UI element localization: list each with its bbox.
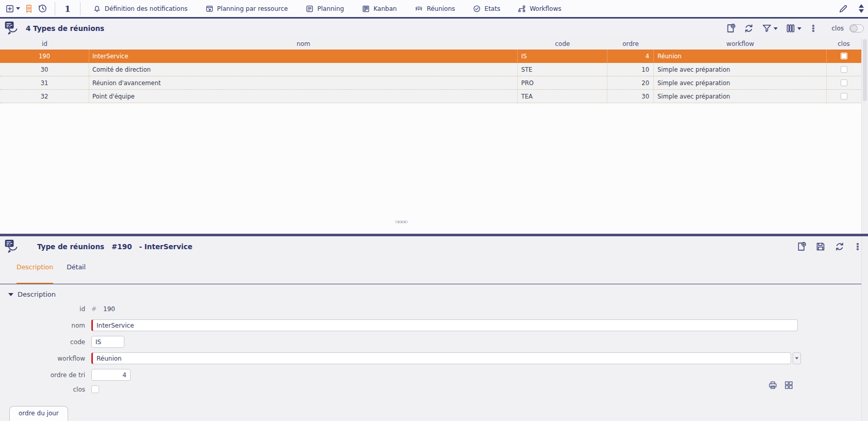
column-header-ordre[interactable]: ordre [607, 40, 654, 47]
save-button[interactable] [814, 240, 827, 253]
layout-grid-button[interactable] [783, 379, 795, 391]
column-header-workflow[interactable]: workflow [654, 40, 827, 47]
clos-checkbox[interactable] [91, 385, 99, 393]
table-row[interactable]: 30 Comité de direction STE 10 Simple ave… [0, 63, 868, 76]
toolbar-separator [55, 2, 55, 15]
nav-tab-label: Workflows [529, 5, 561, 12]
bookmark-button[interactable] [22, 3, 36, 15]
cell-clos [827, 76, 861, 89]
kanban-board-icon [362, 5, 370, 13]
printer-icon [768, 380, 778, 390]
detail-scrollbar[interactable] [861, 236, 868, 421]
row-clos-checkbox[interactable] [841, 66, 847, 73]
clos-filter-label: clos [831, 25, 844, 32]
table-row[interactable]: 32 Point d'équipe TEA 30 Simple avec pré… [0, 90, 868, 103]
add-record-icon [726, 23, 736, 34]
column-header-clos[interactable]: clos [827, 40, 861, 47]
list-tools: clos [725, 22, 864, 35]
add-record-icon [796, 241, 807, 252]
meeting-table-icon [414, 5, 423, 13]
field-row-workflow: workflow [0, 352, 868, 364]
cell-clos [827, 90, 861, 103]
ordre-de-tri-input[interactable] [91, 369, 131, 381]
cell-clos [827, 50, 861, 62]
cell-nom: Point d'équipe [89, 90, 518, 103]
history-button[interactable] [36, 2, 50, 15]
chevron-down-icon [774, 27, 778, 30]
detail-title-text: Type de réunions [37, 242, 104, 251]
history-clock-icon [38, 4, 47, 13]
cell-id: 32 [0, 90, 89, 103]
field-row-clos: clos [0, 385, 868, 393]
toolbar-right [836, 2, 865, 15]
top-toolbar: 1 Définition des notifications Planning … [0, 0, 868, 19]
record-name: - InterService [139, 242, 192, 251]
nav-tab-planning-ressource[interactable]: Planning par ressource [205, 5, 288, 13]
nav-tab-label: Réunions [427, 5, 455, 12]
cell-id: 31 [0, 76, 89, 89]
scrollbar-thumb[interactable] [863, 39, 867, 101]
bell-icon [93, 5, 101, 13]
field-row-nom: nom [0, 319, 868, 331]
nav-tab-reunions[interactable]: Réunions [414, 5, 455, 13]
toggle-knob [850, 25, 858, 32]
cell-ordre: 20 [607, 76, 654, 89]
workflow-input[interactable] [91, 352, 791, 364]
cell-workflow: Simple avec préparation [654, 90, 827, 103]
page-number: 1 [60, 4, 75, 14]
column-header-id[interactable]: id [0, 40, 89, 47]
page-scroll-arrows[interactable] [859, 4, 864, 13]
add-record-button[interactable] [725, 22, 737, 35]
more-menu-button[interactable] [808, 23, 818, 34]
print-button[interactable] [767, 379, 779, 391]
detail-tabs: Description Détail [0, 257, 868, 284]
chevron-down-icon [797, 27, 801, 30]
columns-button[interactable] [784, 22, 802, 35]
detail-tools [795, 240, 864, 253]
row-clos-checkbox[interactable] [841, 93, 847, 100]
plus-square-icon [5, 4, 14, 13]
clos-label: clos [0, 386, 85, 393]
column-header-nom[interactable]: nom [89, 40, 518, 47]
list-scrollbar[interactable] [861, 38, 868, 234]
arrow-up-icon [859, 4, 864, 8]
nav-tab-workflows[interactable]: Workflows [518, 5, 561, 13]
nav-tab-etats[interactable]: Etats [473, 5, 501, 13]
filter-button[interactable] [761, 22, 779, 35]
splitter-handle[interactable] [395, 220, 408, 223]
description-section-header[interactable]: Description [0, 284, 868, 298]
workflow-label: workflow [0, 355, 85, 362]
nav-tab-kanban[interactable]: Kanban [362, 5, 397, 13]
cell-ordre: 10 [607, 63, 654, 76]
refresh-button[interactable] [833, 240, 846, 253]
table-row[interactable]: 31 Réunion d'avancement PRO 20 Simple av… [0, 76, 868, 90]
new-record-button[interactable] [3, 3, 22, 15]
row-clos-checkbox[interactable] [841, 53, 847, 59]
add-record-button[interactable] [795, 240, 808, 253]
ordre-du-jour-tab[interactable]: ordre du jour [9, 406, 68, 421]
tab-description[interactable]: Description [17, 263, 53, 284]
workflow-dropdown-button[interactable] [793, 352, 801, 364]
cell-clos [827, 63, 861, 76]
cell-ordre: 30 [607, 90, 654, 103]
clos-filter-toggle[interactable] [849, 24, 864, 33]
grid-layout-icon [784, 380, 794, 390]
column-header-code[interactable]: code [518, 40, 607, 47]
refresh-button[interactable] [743, 22, 755, 35]
section-title: Description [18, 290, 56, 298]
ordre-de-tri-label: ordre de tri [0, 371, 85, 379]
edit-button[interactable] [836, 2, 850, 15]
nav-tab-planning[interactable]: Planning [306, 5, 344, 13]
calendar-arrow-icon [205, 5, 214, 13]
nav-tab-notifications[interactable]: Définition des notifications [93, 5, 188, 13]
table-row[interactable]: 190 InterService IS 4 Réunion [0, 50, 868, 63]
code-input[interactable] [91, 336, 124, 348]
pencil-icon [838, 4, 848, 14]
refresh-icon [744, 23, 754, 34]
nom-input[interactable] [91, 319, 798, 331]
row-clos-checkbox[interactable] [841, 79, 847, 86]
tab-detail[interactable]: Détail [67, 263, 86, 284]
chevron-down-icon [16, 7, 20, 10]
id-value: # 190 [91, 305, 115, 313]
refresh-icon [834, 241, 845, 252]
